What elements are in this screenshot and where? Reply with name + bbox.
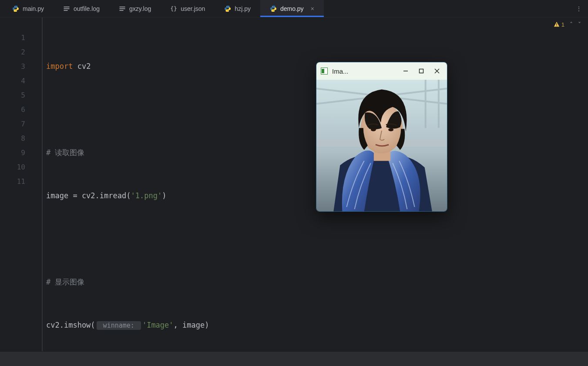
line-number: 2 xyxy=(0,45,25,59)
tab-hzj-py[interactable]: hzj.py xyxy=(215,0,260,17)
svg-point-0 xyxy=(14,6,15,7)
app-icon xyxy=(321,68,328,75)
image-preview-window[interactable]: Ima... xyxy=(316,62,447,212)
window-title: Ima... xyxy=(332,68,396,75)
line-number: 5 xyxy=(0,88,25,102)
svg-rect-13 xyxy=(556,23,557,25)
window-close-icon[interactable] xyxy=(431,66,443,76)
line-number: 7 xyxy=(0,117,25,131)
svg-point-27 xyxy=(371,128,376,131)
code-line xyxy=(46,232,588,246)
line-number: 9 xyxy=(0,146,25,160)
tab-label: main.py xyxy=(23,5,44,12)
svg-text:{}: {} xyxy=(170,5,177,12)
inspection-status: 1 ˄ ˅ xyxy=(554,21,581,28)
line-number: 4 xyxy=(0,74,25,88)
prev-highlight-icon[interactable]: ˄ xyxy=(570,21,573,28)
tab-label: outfile.log xyxy=(74,5,100,12)
tab-label: demo.py xyxy=(280,5,304,12)
warning-count: 1 xyxy=(561,21,564,28)
svg-point-11 xyxy=(272,6,272,7)
tab-demo-py[interactable]: demo.py × xyxy=(260,0,324,17)
python-icon xyxy=(270,5,277,12)
lines-icon xyxy=(63,5,70,12)
warning-badge[interactable]: 1 xyxy=(554,21,564,28)
warning-icon xyxy=(554,21,560,27)
python-icon xyxy=(12,5,19,12)
image-content xyxy=(316,80,447,211)
next-highlight-icon[interactable]: ˅ xyxy=(578,21,581,28)
inlay-hint: winname: xyxy=(97,321,141,330)
tab-label: hzj.py xyxy=(235,5,251,12)
line-number: 1 xyxy=(0,30,25,45)
braces-icon: {} xyxy=(170,5,177,12)
line-number: 10 xyxy=(0,160,25,174)
svg-point-28 xyxy=(388,128,393,131)
line-number: 6 xyxy=(0,102,25,117)
svg-point-12 xyxy=(274,10,275,11)
code-content[interactable]: import cv2 # 读取图像 image = cv2.imread('1.… xyxy=(43,17,588,351)
code-editor: 1 2 3 4 5 6 7 8 9 10 11 import cv2 # 读取图… xyxy=(0,17,588,351)
line-number: 8 xyxy=(0,131,25,146)
window-maximize-icon[interactable] xyxy=(416,66,427,76)
svg-point-9 xyxy=(226,6,227,7)
tab-gxzy-log[interactable]: gxzy.log xyxy=(109,0,161,17)
line-number: 11 xyxy=(0,174,25,189)
editor-tabbar: main.py outfile.log gxzy.log {} user.jso… xyxy=(0,0,588,17)
window-titlebar[interactable]: Ima... xyxy=(316,62,447,80)
svg-point-10 xyxy=(228,10,229,11)
python-icon xyxy=(224,5,231,12)
svg-rect-14 xyxy=(556,26,557,26)
code-line: # 显示图像 xyxy=(46,275,588,289)
tab-user-json[interactable]: {} user.json xyxy=(161,0,215,17)
lines-icon xyxy=(119,5,126,12)
tab-outfile-log[interactable]: outfile.log xyxy=(54,0,109,17)
tab-main-py[interactable]: main.py xyxy=(3,0,54,17)
line-number-gutter: 1 2 3 4 5 6 7 8 9 10 11 xyxy=(0,17,43,351)
tab-label: gxzy.log xyxy=(129,5,151,12)
window-minimize-icon[interactable] xyxy=(400,66,411,76)
status-bar xyxy=(0,351,588,366)
tab-label: user.json xyxy=(181,5,205,12)
svg-rect-16 xyxy=(420,69,423,73)
tab-close-icon[interactable]: × xyxy=(311,5,314,12)
code-line: cv2.imshow( winname: 'Image', image) xyxy=(46,318,588,332)
tabbar-more-icon[interactable]: ⋮ xyxy=(570,5,588,12)
line-number: 3 xyxy=(0,59,25,74)
svg-point-1 xyxy=(17,10,17,11)
